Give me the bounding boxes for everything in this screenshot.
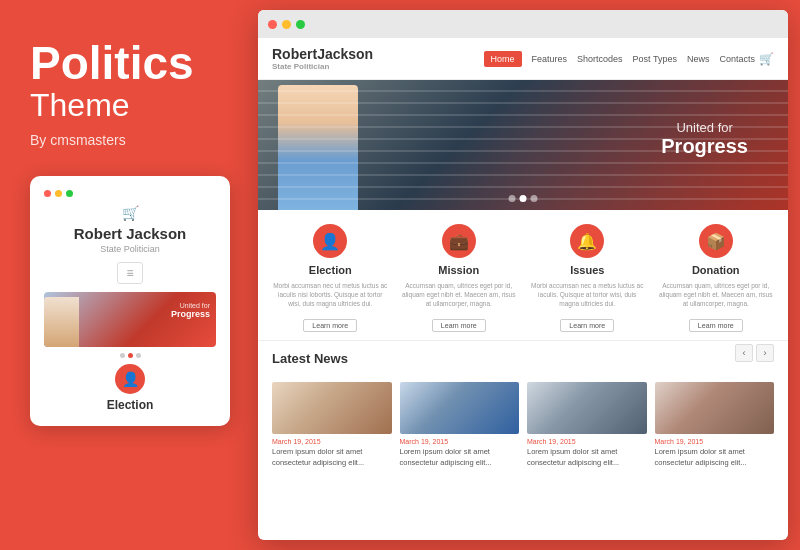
slide-dot-2 — [128, 353, 133, 358]
cart-icon[interactable]: 🛒 — [759, 52, 774, 66]
news-date-2: March 19, 2015 — [400, 438, 520, 445]
issues-desc: Morbi accumsan nec a metus luctus ac iac… — [529, 281, 646, 308]
election-learn-btn[interactable]: Learn more — [303, 319, 357, 332]
mission-icon: 💼 — [442, 224, 476, 258]
news-card-3: March 19, 2015 Lorem ipsum dolor sit ame… — [527, 382, 647, 468]
news-date-4: March 19, 2015 — [655, 438, 775, 445]
mobile-traffic-lights — [44, 190, 216, 197]
icons-section: 👤 Election Morbi accumsan nec ut metus l… — [258, 210, 788, 341]
browser-dot-green — [296, 20, 305, 29]
issues-icon: 🔔 — [570, 224, 604, 258]
mobile-dot-red — [44, 190, 51, 197]
mobile-hero-text: United for Progress — [171, 302, 210, 319]
icon-block-donation: 📦 Donation Accumsan quam, ultrices eget … — [654, 224, 779, 332]
news-card-4: March 19, 2015 Lorem ipsum dolor sit ame… — [655, 382, 775, 468]
mobile-hero-text1: United for — [171, 302, 210, 309]
hero-dot-1 — [509, 195, 516, 202]
hero-dot-3 — [531, 195, 538, 202]
mission-desc: Accumsan quam, ultrices eget por id, ali… — [401, 281, 518, 308]
hero-dot-2 — [520, 195, 527, 202]
hero-text1: United for — [661, 120, 748, 135]
election-label: Election — [272, 264, 389, 276]
news-date-1: March 19, 2015 — [272, 438, 392, 445]
news-image-3 — [527, 382, 647, 434]
mobile-dot-yellow — [55, 190, 62, 197]
nav-item-home[interactable]: Home — [484, 51, 522, 67]
news-text-3: Lorem ipsum dolor sit amet consectetur a… — [527, 447, 647, 468]
slide-dot-3 — [136, 353, 141, 358]
mobile-hero-text2: Progress — [171, 309, 210, 319]
donation-label: Donation — [658, 264, 775, 276]
theme-title: Politics — [30, 40, 218, 86]
browser-dot-red — [268, 20, 277, 29]
news-section: Latest News ‹ › March 19, 2015 Lorem ips… — [258, 341, 788, 478]
mobile-dot-green — [66, 190, 73, 197]
news-card-2: March 19, 2015 Lorem ipsum dolor sit ame… — [400, 382, 520, 468]
nav-item-shortcodes[interactable]: Shortcodes — [577, 54, 623, 64]
website-nav: RobertJackson State Politician Home Feat… — [258, 38, 788, 80]
election-icon-circle: 👤 — [115, 364, 145, 394]
mobile-mockup: 🛒 Robert Jackson State Politician ≡ Unit… — [30, 176, 230, 426]
hero-text: United for Progress — [661, 120, 748, 158]
mobile-tagline: State Politician — [44, 244, 216, 254]
news-title: Latest News — [272, 351, 348, 366]
website-logo: RobertJackson State Politician — [272, 46, 484, 71]
mobile-menu-button[interactable]: ≡ — [44, 262, 216, 284]
mission-label: Mission — [401, 264, 518, 276]
election-icon: 👤 — [313, 224, 347, 258]
nav-item-news[interactable]: News — [687, 54, 710, 64]
news-navigation: ‹ › — [735, 344, 774, 362]
news-prev-btn[interactable]: ‹ — [735, 344, 753, 362]
hamburger-icon[interactable]: ≡ — [117, 262, 142, 284]
mobile-election-icon: 👤 — [44, 364, 216, 394]
mobile-slide-dots — [44, 353, 216, 358]
news-image-4 — [655, 382, 775, 434]
mobile-hero-image — [44, 297, 79, 347]
news-grid: March 19, 2015 Lorem ipsum dolor sit ame… — [272, 382, 774, 468]
nav-items: Home Features Shortcodes Post Types News… — [484, 51, 755, 67]
news-date-3: March 19, 2015 — [527, 438, 647, 445]
election-desc: Morbi accumsan nec ut metus luctus ac ia… — [272, 281, 389, 308]
news-text-2: Lorem ipsum dolor sit amet consectetur a… — [400, 447, 520, 468]
logo-tagline: State Politician — [272, 62, 484, 71]
website-hero: United for Progress — [258, 80, 788, 210]
donation-desc: Accumsan quam, ultrices eget por id, ali… — [658, 281, 775, 308]
mobile-site-name: Robert Jackson — [44, 225, 216, 242]
by-author: By cmsmasters — [30, 132, 218, 148]
logo-name-first: Robert — [272, 46, 317, 62]
browser-dot-yellow — [282, 20, 291, 29]
mobile-hero: United for Progress — [44, 292, 216, 347]
news-image-2 — [400, 382, 520, 434]
mobile-cart-icon: 🛒 — [44, 205, 216, 221]
mobile-election-label: Election — [44, 398, 216, 412]
logo-name-last: Jackson — [317, 46, 373, 62]
nav-item-features[interactable]: Features — [532, 54, 568, 64]
hero-text2: Progress — [661, 135, 748, 158]
mission-learn-btn[interactable]: Learn more — [432, 319, 486, 332]
nav-item-post-types[interactable]: Post Types — [633, 54, 677, 64]
browser-panel: RobertJackson State Politician Home Feat… — [258, 10, 788, 540]
slide-dot-1 — [120, 353, 125, 358]
left-panel: Politics Theme By cmsmasters 🛒 Robert Ja… — [0, 0, 248, 550]
mobile-name-first: Robert — [74, 225, 122, 242]
donation-icon: 📦 — [699, 224, 733, 258]
theme-subtitle: Theme — [30, 86, 218, 124]
mobile-name-last: Jackson — [122, 225, 186, 242]
hero-slide-dots — [509, 195, 538, 202]
news-text-4: Lorem ipsum dolor sit amet consectetur a… — [655, 447, 775, 468]
news-card-1: March 19, 2015 Lorem ipsum dolor sit ame… — [272, 382, 392, 468]
news-next-btn[interactable]: › — [756, 344, 774, 362]
browser-titlebar — [258, 10, 788, 38]
nav-item-contacts[interactable]: Contacts — [719, 54, 755, 64]
icon-block-mission: 💼 Mission Accumsan quam, ultrices eget p… — [397, 224, 522, 332]
icon-block-issues: 🔔 Issues Morbi accumsan nec a metus luct… — [525, 224, 650, 332]
news-text-1: Lorem ipsum dolor sit amet consectetur a… — [272, 447, 392, 468]
news-image-1 — [272, 382, 392, 434]
donation-learn-btn[interactable]: Learn more — [689, 319, 743, 332]
issues-learn-btn[interactable]: Learn more — [560, 319, 614, 332]
icon-block-election: 👤 Election Morbi accumsan nec ut metus l… — [268, 224, 393, 332]
issues-label: Issues — [529, 264, 646, 276]
